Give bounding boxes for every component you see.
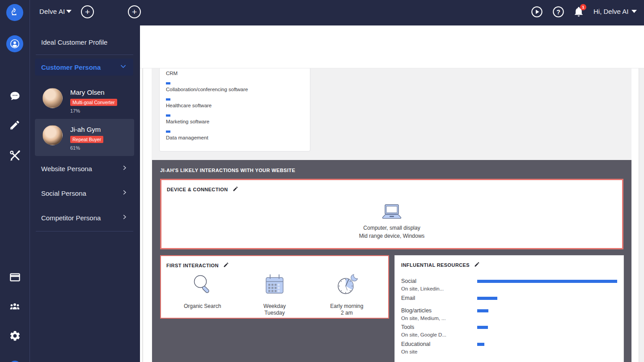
sidebar-divider xyxy=(36,55,133,55)
play-tour-button[interactable] xyxy=(530,6,543,19)
persona-percent: 17% xyxy=(70,108,117,114)
sidebar-item-customer-persona[interactable]: Customer Persona xyxy=(35,59,133,76)
social-persona-label: Social Persona xyxy=(41,189,121,197)
resource-label: Email xyxy=(401,295,618,302)
first-interaction-label: Early morning xyxy=(330,303,363,309)
notification-badge: 1 xyxy=(580,4,586,10)
card-title: FIRST INTERACTION xyxy=(166,263,219,268)
first-interaction-label: Organic Search xyxy=(184,303,221,309)
laptop-icon xyxy=(381,204,403,222)
chevron-right-icon xyxy=(121,189,128,198)
bar xyxy=(166,98,170,101)
customer-persona-label: Customer Persona xyxy=(41,63,119,71)
rail-personas-item[interactable] xyxy=(0,35,30,53)
pencil-icon xyxy=(9,119,21,133)
chevron-right-icon xyxy=(121,214,128,222)
resource-label: Educational xyxy=(401,341,618,348)
resource-sublabel: On site, Linkedin... xyxy=(401,286,618,292)
magnifier-icon xyxy=(191,271,215,298)
resource-bar xyxy=(477,309,488,312)
website-persona-label: Website Persona xyxy=(41,165,121,173)
scrollbar[interactable] xyxy=(639,68,639,362)
persona-badge: Repeat Buyer xyxy=(70,136,103,143)
persona-name: Ji-ah Gym xyxy=(70,126,103,133)
software-item-label: Collaboration/conferencing software xyxy=(166,87,304,92)
resource-row-educational: Educational On site xyxy=(401,341,618,354)
help-button[interactable]: ? xyxy=(552,6,564,19)
play-circle-icon xyxy=(531,6,543,20)
rail-divider xyxy=(30,0,30,362)
account-avatar: S xyxy=(9,361,21,362)
first-interaction-label: Weekday xyxy=(263,303,286,309)
resource-sublabel: On site xyxy=(401,349,618,355)
first-interaction-day: Weekday Tuesday xyxy=(238,271,310,316)
resource-bar xyxy=(477,326,488,329)
first-interaction-time: Early morning 2 am xyxy=(311,271,383,316)
resource-bar xyxy=(477,297,497,300)
device-connection-card: DEVICE & CONNECTION Computer, small disp… xyxy=(160,179,623,249)
rail-team-item[interactable] xyxy=(0,299,30,316)
resource-row-tools: Tools On site, Google D... xyxy=(401,324,618,337)
delve-ai-logo[interactable] xyxy=(6,4,23,21)
brand-name[interactable]: Delve AI xyxy=(39,8,65,15)
software-item-label: Marketing software xyxy=(166,119,304,124)
tools-icon xyxy=(9,150,21,164)
add-persona-button[interactable]: + xyxy=(81,5,94,18)
chevron-down-icon xyxy=(119,63,127,72)
edit-pencil-icon[interactable] xyxy=(474,261,480,269)
gear-icon xyxy=(9,330,21,344)
sidebar-divider xyxy=(36,231,133,232)
software-interest-card: CRM Collaboration/conferencing software … xyxy=(159,68,310,152)
persona-card-jiah[interactable]: Ji-ah Gym Repeat Buyer 61% xyxy=(35,119,134,156)
add-button[interactable]: + xyxy=(128,5,141,18)
sidebar-item-website-persona[interactable]: Website Persona xyxy=(35,160,134,177)
persona-card-mary[interactable]: Mary Olsen Multi-goal Converter 17% xyxy=(35,82,134,119)
device-line2: Mid range device, Windows xyxy=(359,233,425,239)
sidebar-item-social-persona[interactable]: Social Persona xyxy=(35,184,134,202)
edit-pencil-icon[interactable] xyxy=(233,185,238,194)
scrollbar[interactable] xyxy=(142,68,143,362)
resource-bar xyxy=(477,343,484,346)
rail-settings-item[interactable] xyxy=(0,328,30,345)
bell-icon: 1 xyxy=(573,6,585,19)
card-title: INFLUENTIAL RESOURCES xyxy=(401,262,470,268)
clock-moon-icon xyxy=(334,271,359,298)
right-gutter xyxy=(639,68,644,362)
persona-badge: Multi-goal Converter xyxy=(70,99,117,106)
main-header xyxy=(140,25,644,68)
rail-billing-item[interactable] xyxy=(0,269,30,287)
edit-pencil-icon[interactable] xyxy=(223,261,229,269)
sidebar-item-competitor-persona[interactable]: Competitor Persona xyxy=(35,209,134,227)
chevron-right-icon xyxy=(121,164,128,173)
section-title: JI-AH'S LIKELY INTERACTIONS WITH YOUR WE… xyxy=(160,168,295,173)
resource-sublabel: On site, Medium, ... xyxy=(401,316,618,321)
resource-label: Blog/articles xyxy=(401,308,618,314)
brand-caret-icon[interactable] xyxy=(66,10,72,13)
microscope-icon xyxy=(10,7,20,18)
resource-label: Tools xyxy=(401,324,618,331)
resource-row-social: Social On site, Linkedin... xyxy=(401,278,618,291)
top-bar: Delve AI + + ? 1 Hi, Delve AI xyxy=(0,0,644,25)
rail-edit-item[interactable] xyxy=(0,117,30,135)
bar xyxy=(166,82,170,84)
avatar xyxy=(42,125,63,145)
first-interaction-sublabel: 2 am xyxy=(341,310,353,316)
rail-tools-item[interactable] xyxy=(0,147,30,165)
resource-row-email: Email xyxy=(401,295,618,302)
rail-account-item[interactable]: S xyxy=(0,358,30,362)
sidebar-item-ideal-customer-profile[interactable]: Ideal Customer Profile xyxy=(41,38,107,46)
first-interaction-sublabel: Tuesday xyxy=(264,310,285,316)
notifications-button[interactable]: 1 xyxy=(572,6,585,19)
rail-chat-item[interactable] xyxy=(0,88,30,106)
user-greeting[interactable]: Hi, Delve AI xyxy=(593,8,628,15)
resource-bar xyxy=(477,280,617,283)
software-item-label: Data management xyxy=(166,135,304,140)
persona-percent: 61% xyxy=(70,145,103,151)
first-interaction-card: FIRST INTERACTION Organic Search xyxy=(160,255,389,319)
chat-icon xyxy=(9,90,21,104)
first-interaction-source: Organic Search xyxy=(166,271,238,316)
avatar xyxy=(42,88,63,108)
person-icon xyxy=(6,35,23,52)
card-title: DEVICE & CONNECTION xyxy=(167,187,228,192)
user-menu-caret-icon[interactable] xyxy=(631,10,637,13)
